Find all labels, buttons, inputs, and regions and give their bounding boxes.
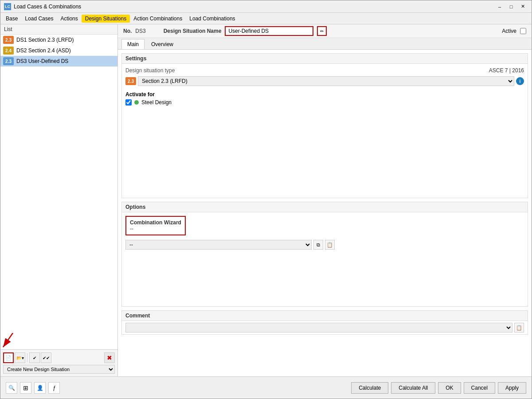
search-bottom-button[interactable]: 🔍 [6,382,17,394]
tab-overview[interactable]: Overview [145,39,179,49]
menubar: Base Load Cases Actions Design Situation… [0,13,532,24]
no-label: No. [123,28,132,34]
menu-load-combinations[interactable]: Load Combinations [186,15,239,23]
formula-icon: ƒ [53,385,56,391]
titlebar-controls: – □ ✕ [494,3,528,11]
combination-wizard-box: Combination Wizard -- [125,216,186,235]
sidebar-action-row: Create New Design Situation [2,364,116,375]
options-title: Options [122,202,528,212]
comment-title: Comment [122,311,528,321]
open-icon: 📂▾ [16,356,24,360]
main-area: List 2.3 DS1 Section 2.3 (LRFD) 2.4 DS2 … [0,24,532,376]
cancel-button[interactable]: Cancel [464,382,495,394]
list-item-ds1[interactable]: 2.3 DS1 Section 2.3 (LRFD) [0,35,117,45]
minimize-button[interactable]: – [494,3,505,11]
wizard-select[interactable]: -- [125,240,312,250]
sidebar-toolbar: 📄 📂▾ ✔ ✔✔ ✖ [2,352,116,364]
type-badge: 2.3 [125,77,136,85]
check-button[interactable]: ✔ [29,352,40,363]
wizard-paste-button[interactable]: 📋 [325,240,335,250]
comment-edit-button[interactable]: 📋 [514,323,524,332]
settings-title: Settings [122,54,528,64]
list-item-ds3[interactable]: 2.3 DS3 User-Defined DS [0,56,117,66]
menu-load-cases[interactable]: Load Cases [21,15,57,23]
person-icon: 👤 [37,385,43,391]
action-select[interactable]: Create New Design Situation [3,365,115,374]
copy-icon: ⧉ [317,242,320,248]
tab-main[interactable]: Main [121,39,145,49]
svg-line-1 [3,333,13,347]
activate-for-label: Activate for [125,91,524,98]
options-empty-area [125,250,524,303]
ds-name-input[interactable] [225,26,313,36]
open-button[interactable]: 📂▾ [15,352,25,363]
calculate-button[interactable]: Calculate [351,382,388,394]
calculate-all-button[interactable]: Calculate All [391,382,435,394]
check2-button[interactable]: ✔✔ [41,352,51,363]
steel-design-checkbox[interactable] [125,99,132,106]
sidebar-header: List [0,24,117,35]
wizard-row: -- ⧉ 📋 [125,240,524,250]
menu-action-combinations[interactable]: Action Combinations [130,15,186,23]
comment-edit-icon: 📋 [516,325,522,331]
badge-ds3: 2.3 [3,57,14,65]
empty-area-1 [125,106,524,194]
name-field-group: Design Situation Name ✏ [164,26,327,36]
edit-name-button[interactable]: ✏ [317,26,327,36]
badge-ds1: 2.3 [3,36,14,44]
table-bottom-button[interactable]: ⊞ [20,382,31,394]
window-title: Load Cases & Combinations [14,4,81,10]
no-field-group: No. DS3 [123,28,146,34]
menu-actions[interactable]: Actions [57,15,81,23]
menu-base[interactable]: Base [2,15,21,23]
search-icon: 🔍 [8,385,15,391]
dst-standard: ASCE 7 | 2016 [489,67,524,74]
apply-button[interactable]: Apply [498,382,526,394]
comment-content: 📋 [122,321,528,334]
delete-button[interactable]: ✖ [104,352,115,363]
design-situation-type-row: Design situation type ASCE 7 | 2016 [125,67,524,74]
green-dot [134,100,139,105]
sidebar-bottom: 📄 📂▾ ✔ ✔✔ ✖ [0,349,117,376]
check2-icon: ✔✔ [43,356,50,360]
tabs: Main Overview [118,38,532,50]
list-item-ds1-text: DS1 Section 2.3 (LRFD) [16,37,74,43]
sidebar: List 2.3 DS1 Section 2.3 (LRFD) 2.4 DS2 … [0,24,118,376]
paste-icon: 📋 [327,242,333,248]
list-item-ds2[interactable]: 2.4 DS2 Section 2.4 (ASD) [0,45,117,56]
close-button[interactable]: ✕ [517,3,528,11]
main-window: LC Load Cases & Combinations – □ ✕ Base … [0,0,532,399]
maximize-button[interactable]: □ [506,3,516,11]
new-design-situation-button[interactable]: 📄 [3,352,14,363]
wizard-copy-button[interactable]: ⧉ [313,240,323,250]
check-icon: ✔ [33,356,36,360]
info-icon: i [520,79,521,84]
table-icon: ⊞ [23,384,28,391]
active-label: Active [502,28,516,34]
titlebar: LC Load Cases & Combinations – □ ✕ [0,0,532,13]
comment-input[interactable] [125,323,512,332]
type-select[interactable]: Section 2.3 (LRFD) [138,76,514,86]
options-section: Options Combination Wizard -- -- ⧉ [121,202,528,307]
wizard-label: Combination Wizard [130,219,181,226]
active-checkbox[interactable] [520,28,526,34]
titlebar-left: LC Load Cases & Combinations [4,3,81,10]
formula-bottom-button[interactable]: ƒ [48,382,60,394]
content-area: No. DS3 Design Situation Name ✏ Active [118,24,532,376]
arrow-indicator [0,333,17,351]
activate-for: Activate for Steel Design [122,90,528,198]
app-icon: LC [4,3,11,10]
bottom-bar: 🔍 ⊞ 👤 ƒ Calculate Calculate All OK Cance… [0,376,532,399]
sidebar-list: 2.3 DS1 Section 2.3 (LRFD) 2.4 DS2 Secti… [0,35,117,349]
options-content: Combination Wizard -- -- ⧉ 📋 [122,212,528,306]
active-field-group: Active [502,28,526,34]
bottom-right: Calculate Calculate All OK Cancel Apply [351,382,526,394]
ok-button[interactable]: OK [438,382,461,394]
info-button[interactable]: i [516,77,524,85]
activate-row: Steel Design [125,99,524,106]
name-label: Design Situation Name [164,28,222,34]
list-item-ds3-text: DS3 User-Defined DS [16,58,68,64]
person-bottom-button[interactable]: 👤 [34,382,46,394]
menu-design-situations[interactable]: Design Situations [82,15,130,23]
settings-section: Settings Design situation type ASCE 7 | … [121,53,528,198]
